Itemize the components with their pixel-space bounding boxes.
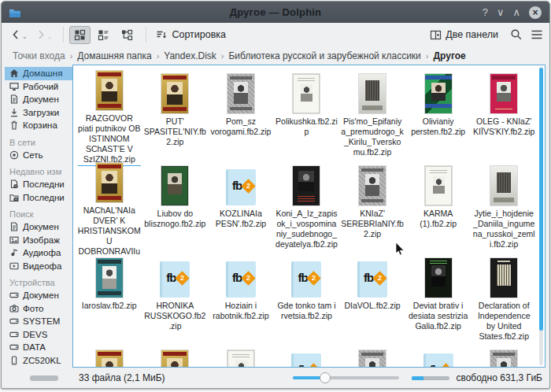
sidebar-item-label: Сеть (23, 150, 43, 160)
file-item[interactable] (76, 347, 142, 368)
file-item[interactable]: RAZGOVOR piati putnikov OB ISTINNOM SChA… (76, 71, 142, 163)
book-cover-thumbnail (425, 255, 452, 298)
file-item[interactable]: Declaration of Independence by United St… (471, 255, 537, 347)
sidebar-item-Корзина[interactable]: Корзина (5, 119, 72, 132)
file-item[interactable]: OLEG - KNIaZ' KIÏVS'KIY.fb2.zip (471, 71, 537, 163)
vertical-scrollbar[interactable] (539, 67, 543, 365)
document-icon (9, 222, 19, 231)
minimize-icon[interactable]: ∨ (497, 6, 505, 19)
fb2-file-icon (357, 255, 387, 298)
desktop-icon (9, 82, 19, 91)
file-item[interactable]: Gde tonko tam i rvetsia.fb2.zip (274, 255, 340, 347)
file-item[interactable]: DIaVOL.fb2.zip (339, 255, 405, 347)
breadcrumb-item[interactable]: Точки входа (11, 50, 67, 61)
download-icon (9, 108, 19, 117)
file-item[interactable]: Polikushka.fb2.zip (274, 71, 340, 163)
file-item[interactable]: KNIaZ' SEREBRIaNIY.fb2.zip (339, 163, 405, 255)
file-item[interactable]: Liubov do blisznogo.fb2.zip (142, 163, 209, 255)
sidebar-item-Загрузки[interactable]: Загрузки (5, 106, 72, 120)
sidebar-item-Фото[interactable]: Фото (5, 302, 72, 316)
file-item[interactable]: Iaroslav.fb2.zip (76, 255, 142, 347)
file-item[interactable] (339, 347, 405, 368)
help-icon[interactable]: ? (483, 6, 488, 19)
tree-view-button[interactable] (116, 26, 138, 44)
sidebar-item-label: Докумен (23, 222, 59, 231)
breadcrumb-separator-icon: › (423, 51, 432, 61)
file-name-label: KOZLINAIa PESN'.fb2.zip (209, 209, 272, 229)
forward-dropdown-icon[interactable]: ⌄ (47, 34, 53, 40)
sidebar-item-label: Корзина (23, 120, 57, 130)
toolbar: ⌄ ⌄ (2, 23, 549, 46)
free-space-label: свободно 631,3 ГиБ (456, 372, 542, 383)
titlebar[interactable]: Другое — Dolphin ? ∨ ∧ × (2, 2, 549, 23)
file-item[interactable] (208, 347, 274, 368)
sidebar-item-Последни[interactable]: Последни (5, 191, 72, 205)
breadcrumb-item[interactable]: Домашняя папка (76, 50, 153, 61)
search-icon[interactable] (510, 28, 523, 41)
file-item[interactable]: Pom_sz vorogami.fb2.zip (208, 71, 274, 163)
file-name-label: Iaroslav.fb2.zip (82, 301, 137, 311)
breadcrumb-item[interactable]: Другое (432, 50, 468, 61)
file-name-label: PUT' SPASITEL'NIY.fb2.zip (143, 116, 206, 147)
book-cover-thumbnail (161, 347, 188, 368)
back-dropdown-icon[interactable]: ⌄ (22, 34, 28, 40)
book-cover-thumbnail (96, 255, 123, 298)
scrollbar-thumb[interactable] (539, 68, 543, 331)
file-name-label: Pom_sz vorogami.fb2.zip (209, 116, 272, 137)
sidebar-item-ZC520KL[interactable]: ZC520KL (5, 354, 72, 368)
file-item[interactable]: HRONIKA RUSSKOGO.fb2.zip (142, 255, 209, 347)
drive-icon (9, 342, 19, 352)
sort-button[interactable]: Сортировка (152, 27, 230, 43)
forward-button[interactable]: ⌄ (33, 28, 55, 42)
file-item[interactable]: Koni_A_Iz_zapisok_i_vospominaniy_sudebno… (274, 163, 340, 255)
back-button[interactable]: ⌄ (8, 28, 30, 42)
breadcrumb-item[interactable]: Библиотека русской и зарубежной классики (227, 50, 422, 61)
zoom-slider-handle[interactable] (320, 372, 331, 383)
split-view-button[interactable]: Две панели (426, 27, 502, 43)
sidebar-item-Докумен[interactable]: Докумен (5, 93, 72, 106)
zoom-slider[interactable] (293, 372, 399, 384)
sidebar-item-Докумен[interactable]: Докумен (5, 289, 72, 302)
drive-icon (9, 316, 19, 326)
sidebar-item-Видеофа[interactable]: Видеофа (5, 260, 72, 273)
file-item[interactable] (142, 347, 209, 368)
sidebar-item-label: Последни (23, 179, 65, 189)
close-icon[interactable]: × (529, 6, 542, 19)
file-item[interactable] (274, 347, 340, 368)
details-view-button[interactable] (93, 26, 114, 44)
sidebar-item-Последни[interactable]: Последни (5, 178, 72, 191)
panel-resize-handle[interactable] (30, 375, 58, 381)
sidebar-item-SYSTEM[interactable]: SYSTEM (5, 315, 72, 328)
file-item[interactable]: KARMA (1).fb2.zip (405, 163, 471, 255)
folder-view[interactable]: RAZGOVOR piati putnikov OB ISTINNOM SChA… (72, 65, 545, 368)
file-item[interactable]: NAChAL'NAIa DVER' K HRISTIANSKOMU DOBRON… (76, 163, 142, 255)
file-item[interactable]: Pis'mo_Epifaniya_premudrogo_k_Kirilu_Tve… (339, 71, 405, 163)
file-name-label: DIaVOL.fb2.zip (344, 301, 400, 311)
file-item[interactable] (471, 347, 537, 368)
maximize-icon[interactable]: ∧ (512, 6, 520, 19)
file-item[interactable]: Jytie_i_hojdenie_Daniila_ingumena_russko… (471, 163, 537, 255)
icons-view-button[interactable] (69, 26, 91, 44)
file-item[interactable]: Olivianiy persten.fb2.zip (405, 71, 471, 163)
sidebar-item-label: Рабочий (23, 82, 58, 91)
file-item[interactable]: Deviat brativ i desiata sestrizia Galia.… (405, 255, 471, 347)
book-cover-thumbnail (293, 163, 320, 205)
menu-icon[interactable] (531, 29, 543, 40)
sidebar-item-DATA[interactable]: DATA (5, 341, 72, 354)
book-cover-thumbnail (227, 347, 254, 368)
sidebar-item-Аудиофа[interactable]: Аудиофа (5, 246, 72, 260)
sidebar-item-Изображ[interactable]: Изображ (5, 234, 72, 247)
sidebar-item-Домашня[interactable]: Домашня (5, 67, 72, 80)
file-item[interactable]: KOZLINAIa PESN'.fb2.zip (208, 163, 274, 255)
sidebar-item-DEVS[interactable]: DEVS (5, 328, 72, 342)
home-icon (9, 68, 19, 78)
sidebar-item-Рабочий[interactable]: Рабочий (5, 80, 72, 94)
file-item[interactable]: PUT' SPASITEL'NIY.fb2.zip (142, 71, 209, 163)
drive-icon (9, 330, 19, 339)
fb2-file-icon (160, 255, 190, 298)
file-item[interactable] (405, 347, 471, 368)
sidebar-item-Докумен[interactable]: Докумен (5, 220, 72, 234)
file-item[interactable]: Hoziain i rabotnik.fb2.zip (208, 255, 274, 347)
breadcrumb-item[interactable]: Yandex.Disk (162, 50, 217, 61)
sidebar-item-Сеть[interactable]: Сеть (5, 149, 72, 162)
